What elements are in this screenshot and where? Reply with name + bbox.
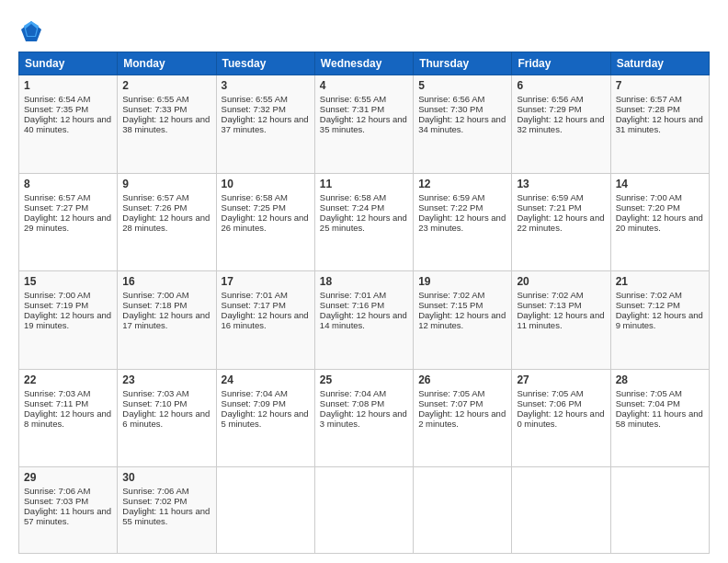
- day-number: 4: [320, 79, 408, 92]
- week-row-5: 29 Sunrise: 7:06 AM Sunset: 7:03 PM Dayl…: [19, 467, 710, 554]
- day-number: 6: [517, 79, 605, 92]
- daylight-text: Daylight: 12 hours and 29 minutes.: [24, 213, 111, 233]
- daylight-text: Daylight: 12 hours and 38 minutes.: [122, 114, 210, 134]
- calendar-cell: 11 Sunrise: 6:58 AM Sunset: 7:24 PM Dayl…: [314, 173, 413, 271]
- day-number: 23: [122, 373, 210, 386]
- sunset-text: Sunset: 7:30 PM: [418, 104, 483, 114]
- daylight-text: Daylight: 12 hours and 40 minutes.: [24, 114, 111, 134]
- daylight-text: Daylight: 12 hours and 2 minutes.: [418, 408, 506, 429]
- calendar-page: SundayMondayTuesdayWednesdayThursdayFrid…: [0, 0, 728, 563]
- calendar-cell: 18 Sunrise: 7:01 AM Sunset: 7:16 PM Dayl…: [314, 271, 413, 370]
- sunrise-text: Sunrise: 7:02 AM: [418, 290, 484, 300]
- sunset-text: Sunset: 7:25 PM: [222, 202, 286, 213]
- sunrise-text: Sunrise: 7:06 AM: [122, 486, 188, 496]
- daylight-text: Daylight: 12 hours and 19 minutes.: [24, 310, 111, 330]
- day-number: 24: [222, 373, 310, 386]
- daylight-text: Daylight: 12 hours and 17 minutes.: [122, 310, 210, 330]
- calendar-cell: 27 Sunrise: 7:05 AM Sunset: 7:06 PM Dayl…: [512, 369, 610, 467]
- sunrise-text: Sunrise: 7:01 AM: [222, 290, 288, 300]
- sunrise-text: Sunrise: 7:01 AM: [320, 290, 386, 300]
- day-number: 22: [24, 373, 112, 386]
- sunrise-text: Sunrise: 6:56 AM: [517, 94, 583, 104]
- day-number: 13: [517, 178, 605, 190]
- sunset-text: Sunset: 7:09 PM: [222, 398, 286, 408]
- calendar-cell: 10 Sunrise: 6:58 AM Sunset: 7:25 PM Dayl…: [216, 173, 314, 271]
- sunset-text: Sunset: 7:32 PM: [222, 104, 286, 114]
- sunset-text: Sunset: 7:24 PM: [320, 202, 384, 213]
- daylight-text: Daylight: 12 hours and 9 minutes.: [616, 310, 703, 330]
- calendar-cell: [314, 467, 413, 554]
- sunrise-text: Sunrise: 6:57 AM: [24, 192, 90, 202]
- daylight-text: Daylight: 12 hours and 5 minutes.: [222, 408, 309, 429]
- calendar-cell: 6 Sunrise: 6:56 AM Sunset: 7:29 PM Dayli…: [512, 75, 610, 174]
- day-number: 3: [222, 79, 310, 92]
- logo: [18, 18, 48, 44]
- sunrise-text: Sunrise: 7:00 AM: [616, 192, 682, 202]
- sunrise-text: Sunrise: 6:59 AM: [517, 192, 583, 202]
- sunset-text: Sunset: 7:15 PM: [418, 300, 483, 310]
- sunset-text: Sunset: 7:17 PM: [222, 300, 286, 310]
- daylight-text: Daylight: 12 hours and 3 minutes.: [320, 408, 407, 429]
- calendar-cell: 16 Sunrise: 7:00 AM Sunset: 7:18 PM Dayl…: [118, 271, 216, 370]
- calendar-cell: 4 Sunrise: 6:55 AM Sunset: 7:31 PM Dayli…: [314, 75, 413, 174]
- calendar-cell: [512, 467, 610, 554]
- sunset-text: Sunset: 7:02 PM: [122, 496, 187, 506]
- daylight-text: Daylight: 12 hours and 35 minutes.: [320, 114, 407, 134]
- calendar-cell: 28 Sunrise: 7:05 AM Sunset: 7:04 PM Dayl…: [610, 369, 709, 467]
- sunrise-text: Sunrise: 7:03 AM: [122, 388, 188, 398]
- sunset-text: Sunset: 7:04 PM: [616, 398, 680, 408]
- sunrise-text: Sunrise: 6:57 AM: [122, 192, 188, 202]
- calendar-cell: 25 Sunrise: 7:04 AM Sunset: 7:08 PM Dayl…: [314, 369, 413, 467]
- sunset-text: Sunset: 7:07 PM: [418, 398, 483, 408]
- day-header-saturday: Saturday: [610, 52, 709, 75]
- sunrise-text: Sunrise: 7:05 AM: [418, 388, 484, 398]
- sunrise-text: Sunrise: 6:55 AM: [222, 94, 288, 104]
- calendar-cell: [414, 467, 512, 554]
- sunset-text: Sunset: 7:19 PM: [24, 300, 88, 310]
- sunset-text: Sunset: 7:31 PM: [320, 104, 384, 114]
- calendar-cell: 12 Sunrise: 6:59 AM Sunset: 7:22 PM Dayl…: [414, 173, 512, 271]
- calendar-cell: 3 Sunrise: 6:55 AM Sunset: 7:32 PM Dayli…: [216, 75, 314, 174]
- sunset-text: Sunset: 7:18 PM: [122, 300, 187, 310]
- sunset-text: Sunset: 7:20 PM: [616, 202, 680, 213]
- sunrise-text: Sunrise: 7:02 AM: [517, 290, 583, 300]
- sunrise-text: Sunrise: 7:05 AM: [616, 388, 682, 398]
- daylight-text: Daylight: 12 hours and 11 minutes.: [517, 310, 604, 330]
- sunset-text: Sunset: 7:06 PM: [517, 398, 581, 408]
- daylight-text: Daylight: 12 hours and 31 minutes.: [616, 114, 703, 134]
- calendar-table: SundayMondayTuesdayWednesdayThursdayFrid…: [18, 52, 710, 554]
- day-number: 8: [24, 178, 112, 190]
- week-row-4: 22 Sunrise: 7:03 AM Sunset: 7:11 PM Dayl…: [19, 369, 710, 467]
- day-number: 16: [122, 275, 210, 288]
- sunrise-text: Sunrise: 6:55 AM: [122, 94, 188, 104]
- sunrise-text: Sunrise: 7:06 AM: [24, 486, 90, 496]
- day-number: 2: [122, 79, 210, 92]
- calendar-cell: 14 Sunrise: 7:00 AM Sunset: 7:20 PM Dayl…: [610, 173, 709, 271]
- day-number: 14: [616, 178, 704, 190]
- day-header-thursday: Thursday: [414, 52, 512, 75]
- day-number: 5: [418, 79, 506, 92]
- daylight-text: Daylight: 12 hours and 32 minutes.: [517, 114, 604, 134]
- day-number: 12: [418, 178, 506, 190]
- calendar-cell: 2 Sunrise: 6:55 AM Sunset: 7:33 PM Dayli…: [118, 75, 216, 174]
- daylight-text: Daylight: 11 hours and 57 minutes.: [24, 506, 111, 526]
- calendar-cell: 17 Sunrise: 7:01 AM Sunset: 7:17 PM Dayl…: [216, 271, 314, 370]
- calendar-cell: 22 Sunrise: 7:03 AM Sunset: 7:11 PM Dayl…: [19, 369, 118, 467]
- sunset-text: Sunset: 7:26 PM: [122, 202, 187, 213]
- day-number: 20: [517, 275, 605, 288]
- week-row-2: 8 Sunrise: 6:57 AM Sunset: 7:27 PM Dayli…: [19, 173, 710, 271]
- sunrise-text: Sunrise: 6:56 AM: [418, 94, 484, 104]
- calendar-cell: 9 Sunrise: 6:57 AM Sunset: 7:26 PM Dayli…: [118, 173, 216, 271]
- daylight-text: Daylight: 11 hours and 58 minutes.: [616, 408, 703, 429]
- day-header-sunday: Sunday: [19, 52, 118, 75]
- calendar-cell: 21 Sunrise: 7:02 AM Sunset: 7:12 PM Dayl…: [610, 271, 709, 370]
- daylight-text: Daylight: 12 hours and 20 minutes.: [616, 213, 703, 233]
- daylight-text: Daylight: 12 hours and 37 minutes.: [222, 114, 309, 134]
- day-number: 29: [24, 471, 112, 484]
- daylight-text: Daylight: 12 hours and 0 minutes.: [517, 408, 604, 429]
- sunrise-text: Sunrise: 7:03 AM: [24, 388, 90, 398]
- week-row-1: 1 Sunrise: 6:54 AM Sunset: 7:35 PM Dayli…: [19, 75, 710, 174]
- calendar-cell: 5 Sunrise: 6:56 AM Sunset: 7:30 PM Dayli…: [414, 75, 512, 174]
- header: [18, 15, 710, 44]
- daylight-text: Daylight: 12 hours and 6 minutes.: [122, 408, 210, 429]
